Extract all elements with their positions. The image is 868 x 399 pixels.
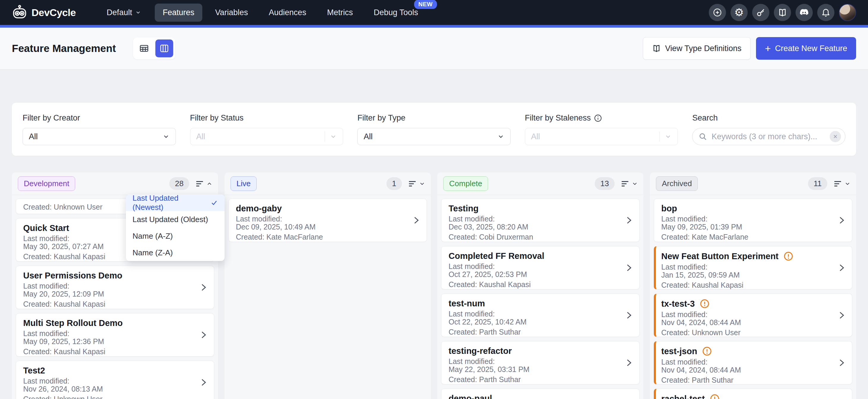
feature-card[interactable]: tx-test-3 Last modified: Nov 04, 2024, 0… [654, 294, 852, 337]
kanban-view-icon [159, 43, 169, 54]
nav-links: Features Variables Audiences Metrics Deb… [155, 4, 426, 22]
feature-card[interactable]: testing-refactor Last modified: May 22, … [441, 341, 640, 385]
info-icon[interactable] [594, 114, 602, 122]
last-modified-label: Last modified: [23, 282, 207, 290]
discord-icon [799, 7, 809, 18]
chevron-down-icon [497, 133, 504, 140]
project-switcher[interactable]: Default [106, 8, 141, 17]
close-icon: × [833, 133, 837, 140]
last-modified-date: May 09, 2025, 12:36 PM [23, 337, 207, 345]
feature-card[interactable]: New Feat Button Experiment Last modified… [654, 246, 852, 290]
count-badge: 13 [595, 177, 615, 190]
sort-button[interactable] [833, 180, 850, 188]
nav-item-audiences[interactable]: Audiences [261, 4, 314, 22]
count-badge: 1 [386, 177, 402, 190]
feature-card[interactable]: test-num Last modified: Oct 22, 2025, 10… [441, 294, 640, 337]
menu-item-name-az[interactable]: Name (A-Z) [126, 228, 224, 244]
last-modified-label: Last modified: [23, 330, 207, 337]
chevron-right-icon [625, 263, 633, 272]
last-modified-date: May 20, 2025, 12:09 PM [23, 290, 207, 298]
feature-card[interactable]: test-json Last modified: Nov 04, 2024, 0… [654, 341, 852, 385]
nav-item-features[interactable]: Features [155, 4, 203, 22]
key-icon [756, 8, 766, 17]
settings-button[interactable]: ⚙ [731, 4, 748, 21]
card-list: demo-gaby Last modified: Dec 09, 2025, 1… [224, 195, 431, 242]
feature-title: testing-refactor [448, 346, 632, 356]
feature-card[interactable]: Test2 Last modified: Nov 26, 2024, 08:13… [16, 361, 214, 399]
discord-button[interactable] [796, 4, 813, 21]
new-badge: NEW [414, 0, 437, 9]
feature-card[interactable]: Completed FF Removal Last modified: Oct … [441, 246, 640, 290]
feature-card[interactable]: bop Last modified: May 09, 2025, 01:39 P… [654, 199, 852, 242]
feature-card[interactable]: Multi Step Rollout Demo Last modified: M… [16, 313, 214, 357]
filter-type-select[interactable]: All [358, 128, 510, 145]
view-type-definitions-button[interactable]: View Type Definitions [643, 37, 751, 60]
filter-creator-select[interactable]: All [23, 128, 176, 145]
chevron-down-icon [845, 182, 850, 186]
feature-title: bop [661, 204, 845, 213]
project-name: Default [106, 8, 132, 17]
feature-title: Testing [448, 204, 632, 213]
nav-item-variables[interactable]: Variables [207, 4, 256, 22]
filter-type: Filter by Type All [358, 113, 510, 145]
nav-item-debug-tools[interactable]: Debug Tools NEW [366, 4, 426, 22]
created-by: Created: Kaushal Kapasi [448, 280, 632, 289]
filter-type-value: All [364, 132, 497, 141]
sort-menu: Last Updated (Newest) Last Updated (Olde… [126, 195, 224, 261]
search-input[interactable] [711, 132, 826, 141]
feature-card[interactable]: demo-paul Last modified: [441, 389, 640, 399]
menu-item-last-updated-oldest[interactable]: Last Updated (Oldest) [126, 211, 224, 228]
feature-card[interactable]: demo-gaby Last modified: Dec 09, 2025, 1… [228, 199, 427, 242]
card-list: Testing Last modified: Dec 03, 2025, 08:… [437, 195, 644, 399]
created-by: Created: Kaushal Kapasi [23, 347, 207, 356]
last-modified-label: Last modified: [448, 358, 632, 365]
notifications-button[interactable] [817, 4, 834, 21]
chevron-right-icon [838, 311, 845, 320]
feature-card[interactable]: Testing Last modified: Dec 03, 2025, 08:… [441, 199, 640, 242]
avatar[interactable] [839, 4, 856, 21]
feature-title: rachel-test [661, 394, 705, 399]
feature-title: User Permissions Demo [23, 271, 207, 280]
menu-item-last-updated-newest[interactable]: Last Updated (Newest) [126, 195, 224, 211]
last-modified-date: Oct 27, 2025, 02:53 PM [448, 270, 632, 278]
chevron-right-icon [838, 263, 845, 272]
sort-button[interactable] [408, 180, 425, 188]
select-divider [659, 132, 660, 142]
create-new-feature-button[interactable]: + Create New Feature [756, 37, 856, 60]
devcycle-logo[interactable]: DevCycle [12, 5, 76, 20]
clear-search-button[interactable]: × [830, 131, 841, 142]
chevron-right-icon [199, 378, 207, 387]
table-view-button[interactable] [135, 39, 153, 57]
api-keys-button[interactable] [752, 4, 769, 21]
feature-title: Multi Step Rollout Demo [23, 318, 207, 328]
nav-item-metrics[interactable]: Metrics [319, 4, 361, 22]
feature-card[interactable]: User Permissions Demo Last modified: May… [16, 266, 214, 309]
stale-alert-icon [702, 346, 712, 356]
status-badge: Archived [656, 176, 698, 191]
plus-circle-icon [713, 8, 722, 17]
sort-button[interactable] [621, 180, 638, 188]
docs-button[interactable] [774, 4, 791, 21]
last-modified-label: Last modified: [661, 310, 845, 319]
chevron-right-icon [625, 358, 633, 367]
last-modified-label: Last modified: [448, 262, 632, 270]
menu-item-label: Last Updated (Newest) [132, 195, 210, 212]
last-modified-date: Oct 22, 2025, 10:42 AM [448, 318, 632, 326]
last-modified-label: Last modified: [661, 263, 845, 271]
last-modified-date: Nov 26, 2024, 08:13 AM [23, 385, 207, 393]
sort-button[interactable] [195, 180, 212, 188]
filter-creator-value: All [29, 132, 162, 141]
last-modified-label: Last modified: [448, 310, 632, 318]
filter-type-label: Filter by Type [358, 113, 510, 123]
column-development: Development 28 Last Updated (Newes [12, 172, 218, 399]
header-actions: View Type Definitions + Create New Featu… [643, 37, 856, 60]
add-button[interactable] [709, 4, 726, 21]
status-badge: Live [230, 176, 257, 191]
kanban-view-button[interactable] [155, 39, 173, 57]
feature-card[interactable]: rachel-test Last modified: [654, 389, 852, 399]
page-header: Feature Management View Type Definitions… [0, 28, 868, 69]
menu-item-name-za[interactable]: Name (Z-A) [126, 244, 224, 261]
created-by: Created: Parth Suthar [448, 375, 632, 384]
main-content: Filter by Creator All Filter by Status A… [0, 103, 868, 398]
chevron-down-icon [135, 9, 141, 15]
